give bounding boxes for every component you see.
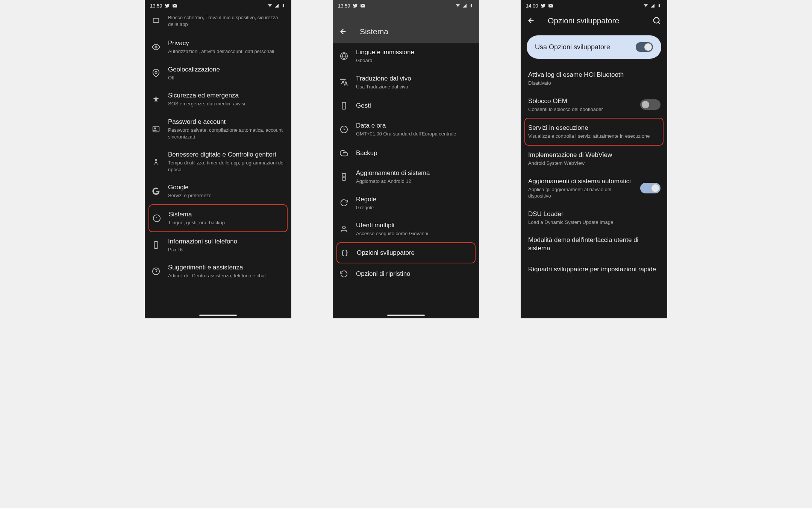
row-title: Sblocco OEM xyxy=(528,97,633,105)
row-title: Sicurezza ed emergenza xyxy=(168,91,285,100)
row-sub: Autorizzazioni, attività dell'account, d… xyxy=(168,48,285,55)
item-running-services[interactable]: Servizi in esecuzione Visualizza e contr… xyxy=(524,118,664,146)
toggle-on-icon[interactable] xyxy=(636,42,653,52)
settings-item-wellbeing[interactable]: Benessere digitale e Controllo genitori … xyxy=(145,145,291,178)
item-gestures[interactable]: Gesti xyxy=(333,95,479,116)
back-button[interactable] xyxy=(336,24,351,39)
toggle-auto-updates[interactable] xyxy=(640,183,661,193)
item-dev-options[interactable]: { } Opzioni sviluppatore xyxy=(336,242,476,263)
system-icon xyxy=(152,214,161,223)
row-title: Benessere digitale e Controllo genitori xyxy=(168,151,285,159)
backup-icon xyxy=(339,149,348,158)
item-sysupdate[interactable]: Aggiornamento di sistema Aggiornato ad A… xyxy=(333,164,479,190)
row-sub: SOS emergenze, dati medici, avvisi xyxy=(168,100,285,107)
settings-item-privacy[interactable]: Privacy Autorizzazioni, attività dell'ac… xyxy=(145,34,291,60)
gmail-notif-icon xyxy=(360,3,365,8)
security-icon xyxy=(151,17,161,26)
row-sub: Disattivato xyxy=(528,80,661,87)
row-sub: Gboard xyxy=(356,57,473,64)
settings-item-google[interactable]: Google Servizi e preferenze xyxy=(145,178,291,204)
row-sub: Pixel 6 xyxy=(168,246,285,253)
settings-item-location[interactable]: Geolocalizzazione Off xyxy=(145,60,291,87)
row-title: Modalità demo dell'interfaccia utente di… xyxy=(528,236,661,252)
row-sub: Applica gli aggiornamenti al riavvio del… xyxy=(528,186,633,199)
item-rules[interactable]: Regole 0 regole xyxy=(333,190,479,216)
system-list[interactable]: Lingue e immissione Gboard Traduzione da… xyxy=(333,43,479,313)
settings-item-accounts[interactable]: Password e account Password salvate, com… xyxy=(145,113,291,145)
accounts-icon xyxy=(151,125,161,134)
settings-item-security-partial[interactable]: Blocco schermo, Trova il mio dispositivo… xyxy=(145,11,291,34)
dev-list[interactable]: Attiva log di esame HCI Bluetooth Disatt… xyxy=(521,65,667,318)
users-icon xyxy=(339,225,348,234)
item-dsu-loader[interactable]: DSU Loader Load a Dynamic System Update … xyxy=(521,205,667,231)
item-demo-mode[interactable]: Modalità demo dell'interfaccia utente di… xyxy=(521,231,667,258)
row-title: Geolocalizzazione xyxy=(168,65,285,74)
item-reset[interactable]: Opzioni di ripristino xyxy=(333,263,479,284)
item-users[interactable]: Utenti multipli Accesso eseguito come Gi… xyxy=(333,216,479,242)
svg-line-20 xyxy=(658,22,660,24)
row-sub: Aggiornato ad Android 12 xyxy=(356,178,473,185)
item-datetime[interactable]: Data e ora GMT+01:00 Ora standard dell'E… xyxy=(333,116,479,143)
battery-icon xyxy=(281,3,286,8)
item-translate[interactable]: Traduzione dal vivo Usa Traduzione dal v… xyxy=(333,69,479,96)
row-title: Backup xyxy=(356,149,473,157)
row-title: Lingue e immissione xyxy=(356,48,473,56)
row-sub: 0 regole xyxy=(356,204,473,211)
svg-point-18 xyxy=(342,226,345,229)
row-title: Utenti multipli xyxy=(356,221,473,230)
row-title: Suggerimenti e assistenza xyxy=(168,263,285,272)
settings-list[interactable]: Blocco schermo, Trova il mio dispositivo… xyxy=(145,11,291,313)
row-title: Gesti xyxy=(356,102,473,110)
row-title: Google xyxy=(168,183,285,192)
row-sub: Load a Dynamic System Update Image xyxy=(528,219,661,226)
svg-point-2 xyxy=(155,71,157,74)
toggle-oem[interactable] xyxy=(640,99,661,110)
row-title: Traduzione dal vivo xyxy=(356,75,473,83)
search-button[interactable] xyxy=(649,13,664,28)
phone-icon xyxy=(151,240,161,249)
privacy-icon xyxy=(151,43,161,52)
row-sub: Usa Traduzione dal vivo xyxy=(356,84,473,90)
settings-item-system[interactable]: Sistema Lingue, gesti, ora, backup xyxy=(148,204,288,232)
gmail-notif-icon xyxy=(172,3,177,8)
nav-bar[interactable] xyxy=(333,313,479,318)
language-icon xyxy=(339,52,348,61)
master-toggle[interactable]: Usa Opzioni sviluppatore xyxy=(527,35,661,59)
row-sub: Visualizza e controlla i servizi attualm… xyxy=(528,133,660,140)
status-time: 13:59 xyxy=(338,3,350,9)
item-hci-log[interactable]: Attiva log di esame HCI Bluetooth Disatt… xyxy=(521,65,667,92)
row-title: Riquadri sviluppatore per impostazioni r… xyxy=(528,265,661,274)
svg-rect-0 xyxy=(153,18,159,23)
location-icon xyxy=(151,68,161,78)
wellbeing-icon xyxy=(151,157,161,166)
item-languages[interactable]: Lingue e immissione Gboard xyxy=(333,43,479,69)
item-backup[interactable]: Backup xyxy=(333,143,479,164)
gestures-icon xyxy=(339,101,348,110)
google-icon xyxy=(151,187,161,196)
row-title: Informazioni sul telefono xyxy=(168,237,285,246)
item-auto-updates[interactable]: Aggiornamenti di sistema automatici Appl… xyxy=(521,172,667,205)
row-sub: Consenti lo sblocco del bootloader xyxy=(528,106,633,113)
row-sub: GMT+01:00 Ora standard dell'Europa centr… xyxy=(356,131,473,137)
back-button[interactable] xyxy=(524,13,539,28)
row-title: Opzioni di ripristino xyxy=(356,270,473,278)
svg-point-1 xyxy=(155,46,157,48)
row-sub: Accesso eseguito come Giovanni xyxy=(356,230,473,237)
row-sub: Android System WebView xyxy=(528,160,661,167)
svg-point-4 xyxy=(154,128,156,129)
item-webview[interactable]: Implementazione di WebView Android Syste… xyxy=(521,146,667,172)
row-sub: Blocco schermo, Trova il mio dispositivo… xyxy=(168,14,285,27)
row-sub: Lingue, gesti, ora, backup xyxy=(169,219,284,226)
status-bar: 14:00 xyxy=(521,0,667,11)
nav-bar[interactable] xyxy=(145,313,291,318)
item-quick-settings-tiles[interactable]: Riquadri sviluppatore per impostazioni r… xyxy=(521,258,667,281)
twitter-notif-icon xyxy=(165,3,170,8)
row-title: Attiva log di esame HCI Bluetooth xyxy=(528,71,661,79)
svg-rect-15 xyxy=(342,102,345,109)
settings-item-about[interactable]: Informazioni sul telefono Pixel 6 xyxy=(145,232,291,259)
item-oem-unlock[interactable]: Sblocco OEM Consenti lo sblocco del boot… xyxy=(521,92,667,118)
signal-icon xyxy=(274,3,279,8)
clock-icon xyxy=(339,125,348,134)
settings-item-help[interactable]: Suggerimenti e assistenza Articoli del C… xyxy=(145,258,291,284)
settings-item-emergency[interactable]: Sicurezza ed emergenza SOS emergenze, da… xyxy=(145,86,291,113)
